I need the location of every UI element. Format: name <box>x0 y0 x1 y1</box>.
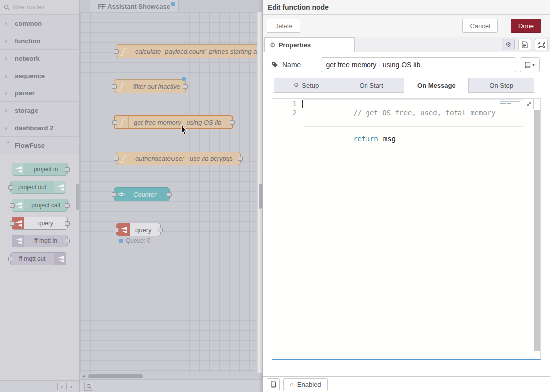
palette-node-label: ff mqtt in <box>24 237 67 244</box>
category-label: common <box>15 20 42 27</box>
caret-down-icon: ▾ <box>532 62 535 67</box>
name-label: Name <box>272 61 321 69</box>
palette-category-storage[interactable]: › storage <box>0 102 79 119</box>
palette-category-function[interactable]: › function <box>0 32 79 50</box>
palette-category-parser[interactable]: › parser <box>0 84 79 102</box>
node-port-output[interactable] <box>65 221 70 226</box>
palette-sidebar: › common › function › network › sequence… <box>0 0 80 392</box>
palette-node-query[interactable]: query <box>12 217 68 230</box>
palette-category-sequence[interactable]: › sequence <box>0 67 79 84</box>
node-port-input[interactable] <box>10 203 15 208</box>
code-line-2: returnmsg <box>303 126 523 153</box>
node-label: filter out inactive <box>128 83 185 90</box>
node-query-status: Queue: 0 <box>119 237 150 244</box>
palette-collapse-all-button[interactable]: » <box>57 383 67 390</box>
palette-node-label: project call <box>24 202 67 209</box>
canvas-footer <box>80 379 262 392</box>
canvas-vertical-scrollbar[interactable] <box>257 12 262 373</box>
properties-view-button[interactable]: ⚙ <box>502 39 515 50</box>
node-port-output[interactable] <box>65 203 70 208</box>
palette-node-project-call[interactable]: project call <box>12 199 68 212</box>
node-red-editor: › common › function › network › sequence… <box>0 0 550 392</box>
flow-modified-dot <box>171 2 175 6</box>
mouse-cursor <box>181 125 188 135</box>
appearance-view-button[interactable] <box>535 39 548 50</box>
tab-setup[interactable]: ⚙ Setup <box>274 78 339 93</box>
palette-category-dashboard2[interactable]: › dashboard 2 <box>0 119 79 137</box>
description-view-button[interactable] <box>518 39 531 50</box>
node-port-output[interactable] <box>65 167 70 172</box>
flow-tab-ff-assistant-showcase[interactable]: FF Assistant Showcase <box>90 0 179 12</box>
function-editor-tabs: ⚙ Setup On Start On Message On Stop <box>274 78 534 93</box>
palette-node-ff-mqtt-in[interactable]: ff mqtt in <box>12 235 68 247</box>
expand-icon <box>526 101 532 107</box>
tab-on-stop[interactable]: On Stop <box>469 78 534 93</box>
editor-scrollbar[interactable] <box>534 99 540 359</box>
node-port-output[interactable] <box>230 120 235 125</box>
scroll-left-arrow-icon[interactable]: ◂ <box>82 373 85 379</box>
palette-category-network[interactable]: › network <box>0 50 79 67</box>
node-port-output[interactable] <box>158 228 163 232</box>
node-port-input[interactable] <box>112 84 117 89</box>
text-cursor <box>302 100 303 108</box>
canvas-horizontal-scrollbar[interactable]: ◂ <box>80 373 257 379</box>
expand-editor-button[interactable] <box>524 99 534 109</box>
editor-scrollbar-thumb[interactable] <box>534 110 540 351</box>
node-port-output[interactable] <box>183 84 188 89</box>
node-port-output[interactable] <box>167 192 172 197</box>
palette-expand-all-button[interactable]: » <box>67 383 76 390</box>
node-port-input[interactable] <box>114 228 119 232</box>
name-input[interactable] <box>321 57 516 72</box>
tab-on-start[interactable]: On Start <box>339 78 404 93</box>
node-port-input[interactable] <box>8 185 13 190</box>
node-port-input[interactable] <box>10 221 15 226</box>
node-counter[interactable]: </> Counter <box>114 187 170 201</box>
chevron-right-icon: › <box>5 71 13 79</box>
tab-on-message[interactable]: On Message <box>404 78 469 93</box>
chevron-right-icon: › <box>5 54 13 62</box>
palette-category-common[interactable]: › common <box>0 15 79 32</box>
flow-tabbar: FF Assistant Showcase <box>80 0 262 12</box>
node-port-input[interactable] <box>112 120 117 125</box>
code-line-1: // get OS free, used, total memory <box>303 99 523 127</box>
flow-canvas[interactable]: ƒ calculate `payload.count` primes start… <box>80 12 257 373</box>
node-calculate-primes[interactable]: ƒ calculate `payload.count` primes start… <box>116 44 257 58</box>
node-port-input[interactable] <box>114 157 119 161</box>
node-port-output[interactable] <box>65 239 70 243</box>
palette-node-ff-mqtt-out[interactable]: ff mqtt out <box>10 252 66 265</box>
palette-category-flowfuse[interactable]: › FlowFuse <box>0 137 79 154</box>
name-row: Name ▾ <box>272 57 540 72</box>
node-port-input[interactable] <box>114 49 119 54</box>
function-code-editor[interactable]: 1 2 // get OS free, used, total memory r… <box>272 98 541 360</box>
node-port-input[interactable] <box>112 192 117 197</box>
library-button[interactable] <box>267 378 280 391</box>
chevron-right-icon: › <box>5 19 13 27</box>
done-button[interactable]: Done <box>511 19 541 33</box>
node-port-input[interactable] <box>8 257 13 261</box>
canvas-vertical-scrollbar-thumb[interactable] <box>259 184 262 209</box>
delete-button[interactable]: Delete <box>267 19 300 33</box>
node-enabled-toggle[interactable]: ○ Enabled <box>283 378 328 391</box>
library-dropdown-button[interactable]: ▾ <box>520 57 540 72</box>
node-port-output[interactable] <box>238 157 243 161</box>
gear-icon: ⚙ <box>505 41 511 48</box>
canvas-horizontal-scrollbar-thumb[interactable] <box>88 374 143 378</box>
node-filter-out-inactive[interactable]: ƒ filter out inactive <box>114 79 186 93</box>
editor-code-lines[interactable]: // get OS free, used, total memory retur… <box>303 100 523 152</box>
palette-scrollbar-thumb[interactable] <box>76 184 79 210</box>
node-authenticate-user[interactable]: ƒ authenticateUser - use lib bcryptjs <box>116 152 241 165</box>
search-icon <box>4 4 10 10</box>
node-label: authenticateUser - use lib bcryptjs <box>130 155 240 162</box>
palette-node-project-out[interactable]: project out <box>10 181 66 194</box>
palette-node-project-in[interactable]: project in <box>12 163 68 176</box>
name-label-text: Name <box>282 61 301 69</box>
search-flows-button[interactable] <box>84 382 93 391</box>
filter-nodes-input[interactable] <box>13 3 68 11</box>
tab-properties[interactable]: ⚙ Properties <box>264 37 355 52</box>
node-get-free-memory[interactable]: ƒ get free memory - using OS lib <box>114 115 233 129</box>
cancel-button[interactable]: Cancel <box>462 19 497 33</box>
tray-body: Name ▾ ⚙ Setup On Sta <box>263 52 550 376</box>
code-keyword: return <box>353 135 378 143</box>
palette-categories: › common › function › network › sequence… <box>0 15 79 154</box>
node-query[interactable]: query <box>116 223 161 236</box>
